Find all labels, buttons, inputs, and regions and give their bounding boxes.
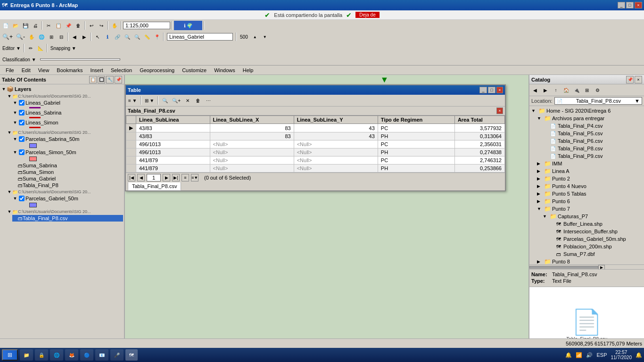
cat-grid[interactable]: ⊞ bbox=[582, 85, 592, 95]
taskbar-firefox[interactable]: 🦊 bbox=[65, 349, 78, 361]
punto2-expand[interactable]: ▶ bbox=[537, 176, 543, 181]
dialog-close[interactable]: × bbox=[496, 87, 503, 93]
group1-item[interactable]: ▼ 📁 C:\Users\Usuario\Documents\SIG 20... bbox=[7, 93, 123, 99]
menu-view[interactable]: View bbox=[34, 66, 53, 74]
back-button[interactable]: ◀ bbox=[70, 32, 79, 41]
save-button[interactable]: 💾 bbox=[21, 21, 30, 30]
punto7-expand[interactable]: ▼ bbox=[537, 206, 543, 211]
catalog-hscroll[interactable]: ▶ bbox=[529, 264, 644, 269]
table-options-btn[interactable]: ⊞ ▼ bbox=[143, 96, 156, 105]
zoom-in-button[interactable]: 🔍+ bbox=[1, 32, 14, 41]
cat-options[interactable]: ⚙ bbox=[593, 85, 602, 95]
table-more-btn[interactable]: ⋯ bbox=[204, 96, 213, 105]
find-button[interactable]: 🔍 bbox=[132, 32, 142, 41]
close-button[interactable]: × bbox=[635, 2, 642, 8]
fixed-zoom-out[interactable]: ⊟ bbox=[57, 32, 66, 41]
col-y[interactable]: Linea_SubLinea_Y bbox=[294, 116, 378, 124]
cat-up[interactable]: ↑ bbox=[551, 85, 561, 95]
hyperlink-button[interactable]: 🔗 bbox=[113, 32, 122, 41]
cut-button[interactable]: ✂ bbox=[44, 21, 53, 30]
layer-parcelas-gabriel[interactable]: ▼ Parcelas_Gabriel_50m bbox=[12, 195, 123, 202]
cat-punto4[interactable]: ▶ 📁 Punto 4 Nuevo bbox=[536, 182, 643, 190]
start-button[interactable]: ⊞ bbox=[2, 349, 18, 361]
menu-help[interactable]: Help bbox=[239, 66, 257, 74]
subtable-close[interactable]: × bbox=[496, 107, 503, 114]
open-button[interactable]: 📂 bbox=[11, 21, 20, 30]
linea-a-expand[interactable]: ▶ bbox=[537, 169, 543, 173]
layers-root[interactable]: ▼ 📦 Layers bbox=[1, 85, 123, 93]
cat-back[interactable]: ◀ bbox=[530, 85, 540, 95]
cat-punto8[interactable]: ▶ 📁 Punto 8 bbox=[536, 258, 643, 264]
print-button[interactable]: 🖨 bbox=[31, 21, 40, 30]
show-all-btn[interactable]: ≡ bbox=[182, 174, 189, 181]
layer-lineas-gabriel[interactable]: ▼ Lineas_Gabriel bbox=[12, 99, 123, 106]
table-suma-simon[interactable]: 🗃 Suma_Simon bbox=[12, 169, 123, 175]
punto8-expand[interactable]: ▶ bbox=[537, 259, 543, 264]
dialog-minimize[interactable]: _ bbox=[479, 87, 487, 93]
class-value-dropdown[interactable] bbox=[40, 58, 120, 60]
scale-input[interactable]: 1:125,000 bbox=[123, 22, 170, 29]
last-record-btn[interactable]: ▶| bbox=[172, 174, 180, 181]
table-zoom-btn[interactable]: 🔍+ bbox=[171, 96, 182, 105]
toc-btn2[interactable]: 🔲 bbox=[98, 76, 105, 83]
cat-punto7[interactable]: ▼ 📁 Punto 7 bbox=[536, 205, 643, 213]
table-tabla-final-p8-csv[interactable]: 🗃 Tabla_Final_P8.csv bbox=[12, 215, 123, 222]
lineas-sabrina-checkbox[interactable] bbox=[19, 110, 25, 115]
cat-file-p5[interactable]: 📄 Tabla_Final_P5.csv bbox=[542, 130, 643, 137]
table-find-btn[interactable]: 🔍 bbox=[160, 96, 170, 105]
catalog-close[interactable]: × bbox=[635, 76, 642, 83]
forward-button[interactable]: ▶ bbox=[80, 32, 89, 41]
menu-insert[interactable]: Insert bbox=[86, 66, 107, 74]
stop-sharing-button[interactable]: Deja de bbox=[355, 12, 379, 18]
catalog-pin[interactable]: 📌 bbox=[626, 76, 634, 83]
cat-poblacion[interactable]: 🗺 Poblacion_200m.shp bbox=[547, 243, 643, 250]
location-dropdown[interactable]: ▼ bbox=[635, 98, 640, 104]
toc-pin[interactable]: 📌 bbox=[115, 76, 122, 83]
menu-file[interactable]: File bbox=[2, 66, 18, 74]
layer-parcelas-simon[interactable]: ▼ Parcelas_Simon_50m bbox=[12, 149, 123, 156]
record-number-input[interactable] bbox=[147, 174, 161, 181]
taskbar-edge[interactable]: 🔵 bbox=[80, 349, 93, 361]
col-tipo[interactable]: Tipo de Regimen bbox=[378, 116, 454, 124]
table-tabla-final-p8[interactable]: 🗃 Tabla_Final_P8 bbox=[12, 182, 123, 189]
expand[interactable]: ▼ bbox=[12, 100, 18, 106]
sketch-btn[interactable]: 📐 bbox=[36, 43, 45, 53]
parcelas-sabrina-checkbox[interactable] bbox=[19, 136, 25, 142]
cat-imm[interactable]: ▶ 📁 IMM bbox=[536, 160, 643, 167]
punto6-expand[interactable]: ▶ bbox=[537, 199, 543, 204]
catalog-scroll-right[interactable]: ▶ bbox=[598, 265, 605, 270]
archivos-expand[interactable]: ▼ bbox=[537, 116, 543, 121]
col-area[interactable]: Area Total bbox=[454, 116, 504, 124]
layer-lineas-sabrina[interactable]: ▼ Lineas_Sabrina bbox=[12, 109, 123, 116]
group4-expand[interactable]: ▼ bbox=[7, 209, 12, 214]
punto4-expand[interactable]: ▶ bbox=[537, 184, 543, 189]
cat-file-p8[interactable]: 📄 Tabla_Final_P8.csv bbox=[542, 145, 643, 152]
taskbar-browser1[interactable]: 🌐 bbox=[50, 349, 63, 361]
cat-punto6[interactable]: ▶ 📁 Punto 6 bbox=[536, 197, 643, 205]
lineas-simon-checkbox[interactable] bbox=[19, 120, 25, 125]
prev-record-btn[interactable]: ◀ bbox=[137, 174, 145, 181]
cat-capturas-p7[interactable]: ▼ 📁 Capturas_P7 bbox=[542, 213, 643, 220]
col-linea-sublinea[interactable]: Linea_SubLinea bbox=[136, 116, 210, 124]
imm-expand[interactable]: ▶ bbox=[537, 161, 543, 166]
capturas-expand[interactable]: ▼ bbox=[543, 214, 548, 219]
cat-interseccion[interactable]: 🗺 Interseccion_Buffer.shp bbox=[547, 228, 643, 235]
undo-button[interactable]: ↩ bbox=[87, 21, 96, 30]
lineas-gabriel-checkbox[interactable] bbox=[19, 100, 25, 106]
taskbar-lock[interactable]: 🔒 bbox=[35, 349, 48, 361]
new-button[interactable]: 📄 bbox=[1, 21, 10, 30]
expand-icon[interactable]: ▼ bbox=[1, 86, 7, 92]
minimize-button[interactable]: _ bbox=[618, 2, 625, 8]
menu-bookmarks[interactable]: Bookmarks bbox=[53, 66, 86, 74]
snapping-btn[interactable]: Snapping ▼ bbox=[49, 43, 78, 53]
layer-parcelas-sabrina[interactable]: ▼ Parcelas_Sabrina_50m bbox=[12, 136, 123, 142]
expand[interactable]: ▼ bbox=[12, 149, 18, 155]
cat-file-p6[interactable]: 📄 Tabla_Final_P6.csv bbox=[542, 137, 643, 145]
table-menu-btn[interactable]: ≡ ▼ bbox=[127, 96, 139, 105]
select-button[interactable]: ↖ bbox=[93, 32, 102, 41]
cat-connect[interactable]: 🔌 bbox=[572, 85, 581, 95]
toc-btn3[interactable]: 🔧 bbox=[106, 76, 114, 83]
layer-dropdown-btn[interactable]: Lineas_Gabriel bbox=[165, 32, 234, 41]
menu-geoprocessing[interactable]: Geoprocessing bbox=[136, 66, 178, 74]
layer-selector[interactable]: Lineas_Gabriel bbox=[167, 33, 233, 41]
